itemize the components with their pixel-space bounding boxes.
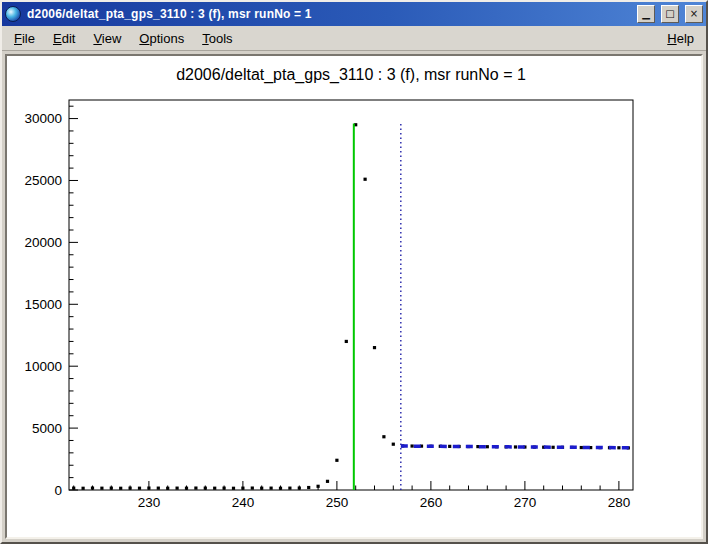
data-point bbox=[166, 487, 169, 490]
data-point bbox=[279, 487, 282, 490]
data-point bbox=[72, 487, 75, 490]
maximize-button[interactable]: □ bbox=[661, 5, 679, 23]
close-button[interactable]: × bbox=[685, 5, 703, 23]
x-tick-label: 230 bbox=[138, 495, 161, 510]
data-point bbox=[147, 486, 150, 489]
data-point bbox=[119, 487, 122, 490]
data-point bbox=[194, 486, 197, 489]
data-point bbox=[486, 445, 489, 448]
data-point bbox=[580, 446, 583, 449]
plot-title: d2006/deltat_pta_gps_3110 : 3 (f), msr r… bbox=[176, 66, 526, 84]
x-tick-label: 270 bbox=[514, 495, 537, 510]
data-point bbox=[392, 443, 395, 446]
y-tick-label: 0 bbox=[54, 483, 62, 498]
x-tick-label: 240 bbox=[232, 495, 255, 510]
menu-item-tools[interactable]: Tools bbox=[193, 28, 241, 49]
x-tick-label: 250 bbox=[326, 495, 349, 510]
data-point bbox=[138, 487, 141, 490]
window-title: d2006/deltat_pta_gps_3110 : 3 (f), msr r… bbox=[25, 7, 631, 21]
data-point bbox=[288, 487, 291, 490]
x-tick-label: 280 bbox=[608, 495, 631, 510]
x-tick-label: 260 bbox=[420, 495, 443, 510]
data-point bbox=[185, 487, 188, 490]
menubar-right: Help bbox=[658, 28, 703, 49]
data-point bbox=[335, 459, 338, 462]
minimize-button[interactable]: ▁ bbox=[637, 5, 655, 23]
data-point bbox=[260, 487, 263, 490]
data-point bbox=[514, 445, 517, 448]
data-point bbox=[176, 487, 179, 490]
window: d2006/deltat_pta_gps_3110 : 3 (f), msr r… bbox=[0, 0, 708, 544]
y-tick-label: 30000 bbox=[24, 111, 62, 126]
data-point bbox=[204, 487, 207, 490]
data-point bbox=[251, 486, 254, 489]
data-point bbox=[157, 487, 160, 490]
data-point bbox=[448, 445, 451, 448]
data-point bbox=[411, 444, 414, 447]
data-point bbox=[82, 487, 85, 490]
data-point bbox=[270, 487, 273, 490]
menubar: FileEditViewOptionsTools Help bbox=[2, 26, 706, 51]
data-point bbox=[213, 487, 216, 490]
y-tick-label: 20000 bbox=[24, 235, 62, 250]
histogram-plot: d2006/deltat_pta_gps_3110 : 3 (f), msr r… bbox=[7, 56, 701, 537]
data-point bbox=[129, 487, 132, 490]
data-point bbox=[307, 486, 310, 489]
menu-item-edit[interactable]: Edit bbox=[44, 28, 84, 49]
data-point bbox=[373, 346, 376, 349]
menu-item-help[interactable]: Help bbox=[658, 28, 703, 49]
data-point bbox=[326, 480, 329, 483]
app-icon[interactable] bbox=[5, 6, 21, 22]
data-point bbox=[223, 487, 226, 490]
y-tick-label: 5000 bbox=[32, 421, 62, 436]
data-point bbox=[110, 487, 113, 490]
root-canvas[interactable]: d2006/deltat_pta_gps_3110 : 3 (f), msr r… bbox=[5, 54, 703, 539]
data-point bbox=[364, 178, 367, 181]
data-point bbox=[232, 487, 235, 490]
menu-item-view[interactable]: View bbox=[84, 28, 130, 49]
data-point bbox=[317, 485, 320, 488]
data-point bbox=[552, 446, 555, 449]
menu-item-file[interactable]: File bbox=[5, 28, 44, 49]
titlebar[interactable]: d2006/deltat_pta_gps_3110 : 3 (f), msr r… bbox=[2, 2, 706, 26]
data-point bbox=[241, 487, 244, 490]
menubar-left: FileEditViewOptionsTools bbox=[5, 28, 242, 49]
y-tick-label: 10000 bbox=[24, 359, 62, 374]
data-point bbox=[298, 486, 301, 489]
data-point bbox=[100, 487, 103, 490]
plot-frame bbox=[69, 100, 633, 490]
data-point bbox=[91, 486, 94, 489]
menu-item-options[interactable]: Options bbox=[130, 28, 193, 49]
data-point bbox=[382, 435, 385, 438]
data-point bbox=[345, 340, 348, 343]
data-point bbox=[617, 446, 620, 449]
y-tick-label: 15000 bbox=[24, 297, 62, 312]
y-tick-label: 25000 bbox=[24, 173, 62, 188]
